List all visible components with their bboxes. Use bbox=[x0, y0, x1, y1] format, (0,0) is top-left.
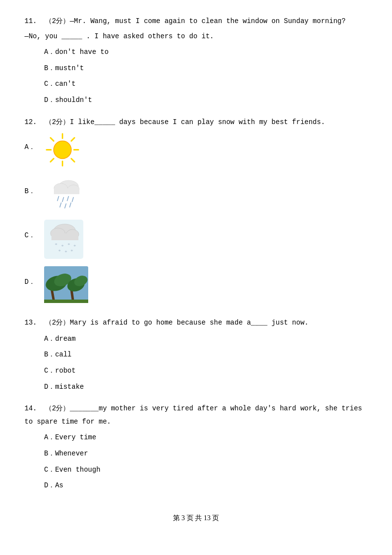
q14-score: （2分） bbox=[45, 404, 70, 412]
question-14: 14. （2分）_______my mother is very tired a… bbox=[24, 402, 368, 492]
svg-text:*: * bbox=[65, 250, 67, 255]
question-12-text: 12. （2分）I like_____ days because I can p… bbox=[24, 116, 368, 129]
q11-optB: B．mustn't bbox=[44, 62, 368, 75]
question-11-text: 11. （2分）—Mr. Wang, must I come again to … bbox=[24, 15, 368, 28]
q13-number: 13. bbox=[24, 319, 37, 327]
q12-optA-label: A． bbox=[24, 131, 39, 153]
q11-sub: —No, you _____ . I have asked others to … bbox=[24, 32, 214, 40]
page-number: 第 3 页 共 13 页 bbox=[173, 514, 220, 522]
q11-main: —Mr. Wang, must I come again to clean th… bbox=[70, 17, 345, 25]
q12-optD-label: D． bbox=[24, 266, 39, 288]
question-14-text: 14. （2分）_______my mother is very tired a… bbox=[24, 402, 368, 428]
question-13: 13. （2分）Mary is afraid to go home becaus… bbox=[24, 316, 368, 393]
q13-main: Mary is afraid to go home because she ma… bbox=[70, 319, 308, 327]
q11-optC: C．can't bbox=[44, 77, 368, 91]
svg-line-17 bbox=[60, 202, 61, 207]
svg-text:*: * bbox=[74, 244, 76, 249]
q12-optB-label: B． bbox=[24, 176, 39, 198]
svg-line-6 bbox=[72, 159, 75, 162]
svg-text:*: * bbox=[58, 249, 61, 254]
snow-icon: * * * * * * * bbox=[44, 220, 83, 259]
svg-line-14 bbox=[62, 197, 64, 202]
question-13-text: 13. （2分）Mary is afraid to go home becaus… bbox=[24, 316, 368, 329]
question-12: 12. （2分）I like_____ days because I can p… bbox=[24, 116, 368, 308]
svg-rect-24 bbox=[51, 233, 78, 240]
svg-line-16 bbox=[72, 197, 74, 202]
svg-rect-12 bbox=[54, 188, 79, 194]
q14-main: _______my mother is very tired after a w… bbox=[24, 404, 362, 426]
page-footer: 第 3 页 共 13 页 bbox=[24, 512, 368, 524]
q13-optD: D．mistake bbox=[44, 380, 368, 394]
q11-optD: D．shouldn't bbox=[44, 94, 368, 107]
svg-line-18 bbox=[65, 203, 66, 208]
q12-optC-label: C． bbox=[24, 220, 39, 242]
q12-optB: B． bbox=[24, 176, 368, 217]
q12-optC: C． * * * * * * * bbox=[24, 220, 368, 263]
q13-optA: A．dream bbox=[44, 332, 368, 346]
q12-score: （2分） bbox=[45, 118, 70, 126]
svg-line-13 bbox=[57, 196, 59, 201]
q12-optA: A． bbox=[24, 131, 368, 173]
snow-image: * * * * * * * bbox=[44, 220, 83, 263]
svg-text:*: * bbox=[68, 242, 70, 248]
svg-line-5 bbox=[50, 138, 54, 141]
q13-score: （2分） bbox=[45, 319, 70, 327]
sun-image bbox=[44, 131, 81, 173]
question-11-subtext: —No, you _____ . I have asked others to … bbox=[24, 30, 368, 43]
svg-line-7 bbox=[72, 138, 75, 141]
q12-optD: D． bbox=[24, 266, 368, 307]
q14-optD: D．As bbox=[44, 479, 368, 492]
q11-number: 11. bbox=[24, 17, 37, 25]
q11-score: （2分） bbox=[45, 17, 70, 25]
q12-number: 12. bbox=[24, 118, 37, 126]
q14-optA: A．Every time bbox=[44, 431, 368, 444]
q14-number: 14. bbox=[24, 404, 37, 412]
svg-line-15 bbox=[67, 196, 69, 201]
q14-optB: B．Whenever bbox=[44, 447, 368, 460]
svg-line-8 bbox=[50, 159, 54, 162]
svg-rect-39 bbox=[44, 300, 88, 303]
svg-point-0 bbox=[54, 141, 72, 159]
svg-line-19 bbox=[70, 202, 71, 207]
svg-text:*: * bbox=[55, 242, 57, 248]
svg-text:*: * bbox=[71, 249, 73, 254]
q12-main: I like_____ days because I can play snow… bbox=[70, 118, 325, 126]
rain-icon bbox=[44, 176, 83, 212]
wind-icon bbox=[44, 266, 88, 303]
wind-image bbox=[44, 266, 88, 307]
sun-icon bbox=[44, 131, 81, 168]
svg-text:*: * bbox=[61, 244, 64, 249]
q13-optC: C．robot bbox=[44, 364, 368, 378]
rain-image bbox=[44, 176, 83, 217]
q14-optC: C．Even though bbox=[44, 463, 368, 477]
q11-optA: A．don't have to bbox=[44, 46, 368, 59]
q13-optB: B．call bbox=[44, 348, 368, 361]
question-11: 11. （2分）—Mr. Wang, must I come again to … bbox=[24, 15, 368, 107]
